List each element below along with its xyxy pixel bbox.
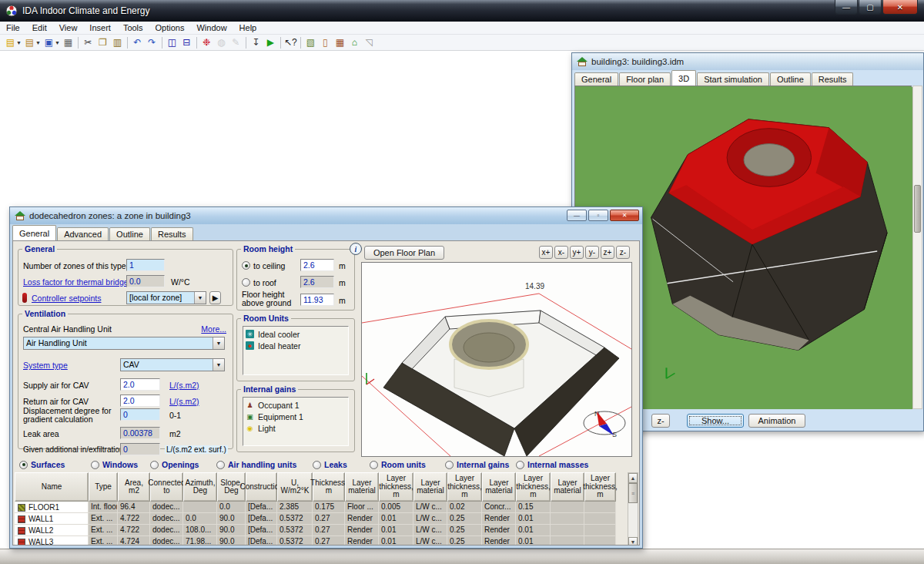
column-header[interactable]: Layer material <box>551 472 584 502</box>
column-header[interactable]: Layer material <box>345 472 379 502</box>
zone-titlebar[interactable]: dodecahedron zones: a zone in building3 … <box>10 207 642 224</box>
split-horizontal-icon[interactable]: ⊟ <box>179 35 194 49</box>
zone-minimize-button[interactable]: — <box>567 210 587 221</box>
column-header[interactable]: U, W/m2°K <box>277 472 313 502</box>
main-titlebar[interactable]: IDA Indoor Climate and Energy —▢✕ <box>0 0 924 22</box>
run-simulation-icon[interactable]: ▶ <box>263 35 278 49</box>
minimize-button[interactable]: — <box>835 0 858 15</box>
supply-air-input[interactable]: 2.0 <box>120 378 160 391</box>
to-roof-radio[interactable] <box>242 278 250 287</box>
building3-tab-general[interactable]: General <box>574 72 618 86</box>
table-scrollbar-thumb[interactable]: ≡ <box>628 483 638 503</box>
controller-setpoints-link[interactable]: Controller setpoints <box>32 294 101 303</box>
animation-button[interactable]: Animation <box>748 414 805 428</box>
filter-internal-gains[interactable]: Internal gains <box>445 460 509 469</box>
filter-air-handling-units[interactable]: Air handling units <box>216 460 296 469</box>
ahu-select[interactable]: Air Handling Unit▼ <box>23 337 225 350</box>
axis-button-yminus[interactable]: y- <box>585 246 599 259</box>
filter-leaks[interactable]: Leaks <box>313 460 347 469</box>
column-header[interactable]: Layer thickness, m <box>584 472 616 502</box>
menu-view[interactable]: View <box>53 22 84 33</box>
list-item[interactable]: ▣Equipment 1 <box>246 411 346 422</box>
column-header[interactable]: Type <box>89 472 118 502</box>
list-item[interactable]: ◉Light <box>246 422 346 434</box>
filter-radio[interactable] <box>445 461 454 469</box>
return-air-input[interactable]: 2.0 <box>120 394 160 407</box>
table-row[interactable]: FLOOR1Int. floor96.4dodec...0.0[Defa...2… <box>15 502 628 513</box>
filter-radio[interactable] <box>216 461 225 469</box>
clipboard-icon[interactable]: ▯ <box>318 35 333 49</box>
column-header[interactable]: Layer thickness, m <box>379 472 413 502</box>
zones-count-input[interactable]: 1 <box>126 259 165 271</box>
save-icon-dropdown-arrow[interactable]: ▼ <box>55 40 60 45</box>
column-header[interactable]: Layer thickness, m <box>447 472 482 502</box>
axis-button-zminus[interactable]: z- <box>616 246 630 259</box>
building3-tab-outline[interactable]: Outline <box>770 72 811 86</box>
undo-icon[interactable]: ↶ <box>130 35 145 49</box>
scroll-up-arrow[interactable]: ▲ <box>628 473 638 483</box>
list-item[interactable]: ♟Occupant 1 <box>246 399 346 411</box>
split-vertical-icon[interactable]: ◫ <box>165 35 179 49</box>
column-header[interactable]: Construction <box>246 472 277 502</box>
zone-tab-advanced[interactable]: Advanced <box>57 227 109 240</box>
home-icon[interactable]: ⌂ <box>347 35 362 49</box>
return-air-unit-link[interactable]: L/(s.m2) <box>169 397 199 406</box>
table-row[interactable]: WALL1Ext. ...4.722dodec...0.090.0[Defa..… <box>15 513 628 525</box>
dropdown-arrow-icon[interactable]: ▼ <box>213 359 224 371</box>
supply-air-unit-link[interactable]: L/(s.m2) <box>169 381 199 390</box>
column-header[interactable]: Thickness, m <box>313 472 345 502</box>
open-floor-plan-button[interactable]: Open Floor Plan <box>364 246 444 260</box>
column-header[interactable]: Layer material <box>413 472 447 502</box>
open-icon-dropdown-arrow[interactable]: ▼ <box>35 40 41 45</box>
filter-internal-masses[interactable]: Internal masses <box>516 460 588 469</box>
system-type-link[interactable]: System type <box>23 361 68 370</box>
context-help-icon[interactable]: ↖? <box>283 35 298 49</box>
filter-room-units[interactable]: Room units <box>370 460 426 469</box>
setpoints-expand-button[interactable]: ▶ <box>209 291 221 304</box>
zone-tab-general[interactable]: General <box>12 225 56 240</box>
axis-button-xminus[interactable]: x- <box>554 246 568 259</box>
list-item[interactable]: ●Ideal heater <box>246 340 346 351</box>
menu-insert[interactable]: Insert <box>83 22 117 33</box>
displacement-input[interactable]: 0 <box>120 408 160 421</box>
column-header[interactable]: Area, m2 <box>118 472 150 502</box>
menu-window[interactable]: Window <box>190 22 233 33</box>
filter-radio[interactable] <box>516 461 524 469</box>
menu-help[interactable]: Help <box>233 22 263 33</box>
redo-icon[interactable]: ↷ <box>145 35 159 49</box>
filter-surfaces[interactable]: Surfaces <box>19 460 65 469</box>
building3-tab-floor-plan[interactable]: Floor plan <box>619 72 671 86</box>
filter-radio[interactable] <box>150 461 159 469</box>
new-zone-icon[interactable]: ❉ <box>199 35 214 49</box>
print-icon[interactable]: ▦ <box>61 35 75 49</box>
axis-button-xplus[interactable]: x+ <box>539 246 553 259</box>
column-header[interactable]: Layer material <box>482 472 516 502</box>
zone-restore-button[interactable]: ▫ <box>588 210 608 221</box>
menu-tools[interactable]: Tools <box>117 22 149 33</box>
new-icon-dropdown-arrow[interactable]: ▼ <box>16 40 22 45</box>
more-link[interactable]: More... <box>201 324 226 334</box>
filter-radio[interactable] <box>91 461 99 469</box>
filter-radio[interactable] <box>19 461 28 469</box>
controller-setpoints-select[interactable]: [local for zone]▼ <box>126 291 206 304</box>
window-zone[interactable]: dodecahedron zones: a zone in building3 … <box>9 206 643 549</box>
axis-button-yplus[interactable]: y+ <box>570 246 584 259</box>
list-item[interactable]: ✳Ideal cooler <box>246 328 346 340</box>
roof-height-input[interactable]: 2.6 <box>300 276 334 288</box>
building3-tab-start-simulation[interactable]: Start simulation <box>697 72 769 86</box>
system-type-select[interactable]: CAV▼ <box>120 358 225 371</box>
cut-icon[interactable]: ✂ <box>81 35 95 49</box>
zone-tab-results[interactable]: Results <box>151 227 193 240</box>
menu-file[interactable]: File <box>0 22 26 33</box>
infiltration-input[interactable]: 0 <box>120 443 160 455</box>
building3-vertical-scrollbar[interactable] <box>912 86 922 409</box>
filter-windows[interactable]: Windows <box>91 460 138 469</box>
building3-scrollbar-thumb[interactable] <box>914 185 921 233</box>
info-button[interactable]: i <box>350 243 362 255</box>
table-vertical-scrollbar[interactable]: ▲ ≡ ▼ <box>628 472 638 546</box>
leak-area-input[interactable]: 0.00378 <box>120 427 160 439</box>
scroll-down-arrow[interactable]: ▼ <box>628 537 638 546</box>
filter-radio[interactable] <box>370 461 378 469</box>
building3-tab-3d[interactable]: 3D <box>671 70 696 86</box>
room-units-list[interactable]: ✳Ideal cooler●Ideal heater <box>243 326 349 375</box>
